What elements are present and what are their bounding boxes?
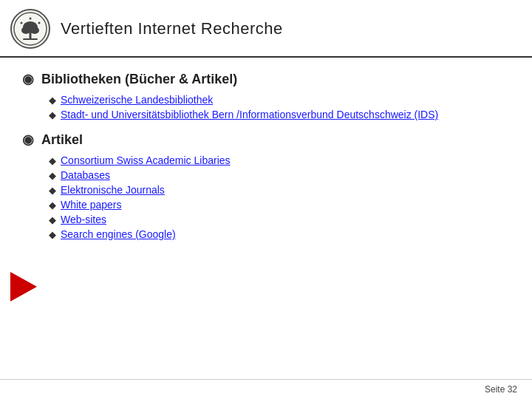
diamond-icon: ◆ (49, 170, 56, 181)
header: Vertieften Internet Recherche (0, 0, 532, 58)
link-databases[interactable]: Databases (61, 169, 110, 181)
list-item: ◆ Web-sites (49, 213, 510, 226)
page-number: Seite 32 (485, 384, 517, 395)
list-item: ◆ Stadt- und Universitätsbibliothek Bern… (49, 108, 510, 121)
section-title-bibliotheken: Bibliotheken (Bücher & Artikel) (41, 72, 237, 87)
list-item: ◆ Schweizerische Landesbibliothek (49, 93, 510, 106)
link-eJournals[interactable]: Elektronische Journals (61, 184, 165, 196)
section-bibliotheken-header: ◉ Bibliotheken (Bücher & Artikel) (22, 71, 510, 87)
svg-rect-5 (23, 38, 38, 40)
list-item: ◆ Elektronische Journals (49, 183, 510, 197)
svg-point-3 (21, 27, 30, 34)
slide: Vertieften Internet Recherche ◉ Biblioth… (0, 0, 532, 399)
diamond-icon: ◆ (49, 229, 56, 240)
red-arrow-indicator (10, 272, 37, 301)
diamond-icon: ◆ (49, 214, 56, 225)
artikel-items: ◆ Consortium Swiss Academic Libaries ◆ D… (22, 154, 510, 241)
svg-point-8 (30, 18, 32, 20)
svg-rect-1 (30, 33, 32, 39)
link-websites[interactable]: Web-sites (61, 214, 106, 225)
diamond-icon: ◆ (49, 155, 56, 166)
section-bullet-bibliotheken[interactable]: ◉ (22, 71, 34, 87)
section-artikel: ◉ Artikel ◆ Consortium Swiss Academic Li… (22, 132, 510, 241)
section-title-artikel: Artikel (41, 132, 83, 148)
logo-svg (13, 11, 48, 47)
section-bullet-artikel[interactable]: ◉ (22, 132, 34, 148)
link-search-engines[interactable]: Search engines (Google) (61, 228, 176, 240)
link-stadtbib[interactable]: Stadt- und Universitätsbibliothek Bern /… (61, 109, 438, 120)
svg-point-7 (38, 22, 41, 24)
diamond-icon: ◆ (49, 95, 56, 106)
diamond-icon: ◆ (49, 185, 56, 196)
diamond-icon: ◆ (49, 200, 56, 211)
list-item: ◆ Search engines (Google) (49, 228, 510, 241)
bibliotheken-items: ◆ Schweizerische Landesbibliothek ◆ Stad… (22, 93, 510, 121)
footer: Seite 32 (0, 379, 532, 399)
link-consortium[interactable]: Consortium Swiss Academic Libaries (61, 154, 231, 166)
link-landesbibliothek[interactable]: Schweizerische Landesbibliothek (61, 94, 213, 106)
section-bibliotheken: ◉ Bibliotheken (Bücher & Artikel) ◆ Schw… (22, 71, 510, 121)
university-logo (10, 9, 50, 49)
svg-point-4 (30, 27, 39, 34)
list-item: ◆ Consortium Swiss Academic Libaries (49, 154, 510, 167)
section-artikel-header: ◉ Artikel (22, 132, 510, 148)
list-item-white-papers: ◆ White papers (49, 198, 510, 211)
svg-point-6 (21, 22, 23, 24)
list-item: ◆ Databases (49, 168, 510, 182)
diamond-icon: ◆ (49, 109, 56, 120)
slide-title: Vertieften Internet Recherche (61, 19, 283, 38)
content-area: ◉ Bibliotheken (Bücher & Artikel) ◆ Schw… (0, 58, 532, 379)
link-white-papers[interactable]: White papers (61, 199, 121, 211)
